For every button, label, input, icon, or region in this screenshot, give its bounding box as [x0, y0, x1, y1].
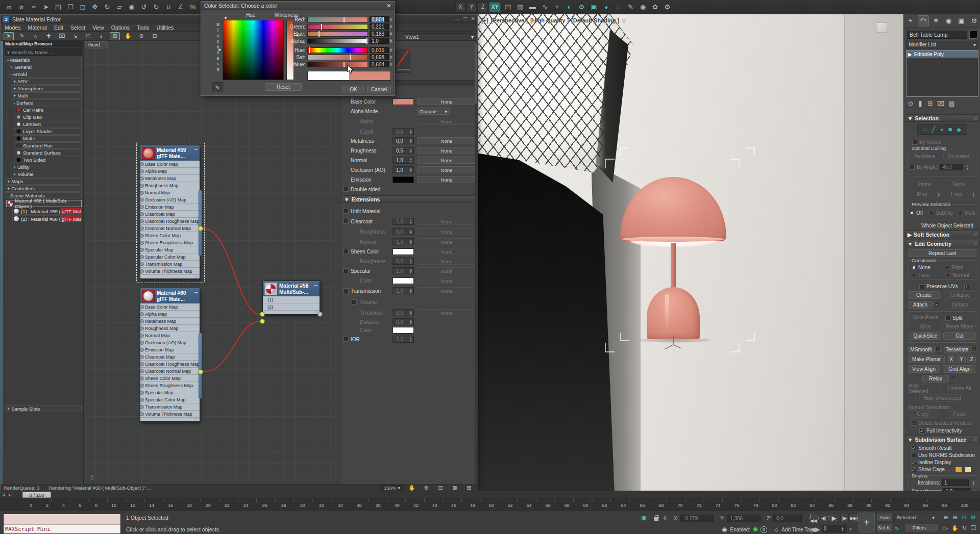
map-slot[interactable]: Metalness Map: [140, 175, 200, 182]
orbit-icon[interactable]: ↻: [960, 524, 968, 532]
normal-spinner[interactable]: 1,0▲▼: [393, 157, 414, 164]
blue-slider[interactable]: [307, 31, 368, 37]
viewcube[interactable]: [877, 22, 887, 33]
saturation-value-field[interactable]: 0,698: [370, 54, 389, 60]
utilities-tab[interactable]: ⚙: [969, 15, 980, 27]
key-filters-selected-dropdown[interactable]: Selected▾: [894, 514, 937, 521]
absolute-offset-mode-icon[interactable]: ✛: [663, 515, 668, 522]
pan-icon[interactable]: ✋: [951, 524, 959, 532]
rectangular-selection-region-icon[interactable]: ☐: [64, 2, 77, 13]
mass-fx-icon[interactable]: ✿: [649, 1, 661, 12]
input-socket[interactable]: [140, 384, 144, 388]
map-slot[interactable]: Volume Thickness Map: [140, 268, 200, 275]
msmooth-button[interactable]: MSmooth: [908, 346, 935, 353]
window-crossing-icon[interactable]: ◻: [77, 2, 89, 13]
relax-settings-icon[interactable]: ▫: [951, 376, 956, 381]
vertex-mode-icon[interactable]: ∴: [923, 126, 927, 133]
attach-button[interactable]: Attach: [908, 301, 933, 309]
collapse-node-icon[interactable]: –: [314, 282, 317, 288]
selection-rollout-header[interactable]: ▼Selection: [905, 114, 979, 122]
constraint-none-radio[interactable]: [912, 265, 916, 270]
map-slot[interactable]: Occlusion (AO) Map: [140, 339, 200, 346]
lamp-stem[interactable]: [671, 243, 676, 290]
browser-header[interactable]: Material/Map Browser: [3, 41, 83, 47]
edge-mode-icon[interactable]: ╱: [932, 126, 935, 133]
maximize-icon[interactable]: □: [464, 16, 467, 21]
menu-item[interactable]: Options: [111, 24, 130, 31]
motion-tab[interactable]: ◉: [943, 15, 954, 27]
clearcoat-normal-map-button[interactable]: None: [417, 238, 476, 245]
map-slot[interactable]: Roughness Map: [140, 182, 200, 189]
input-socket[interactable]: [140, 348, 144, 352]
color-sampler-eyedropper-icon[interactable]: ✎: [212, 82, 223, 92]
cut-button[interactable]: Cut: [943, 332, 976, 340]
input-socket[interactable]: [140, 398, 144, 402]
render-setup-icon[interactable]: ⚙: [575, 1, 587, 12]
auto-key-button[interactable]: Auto: [877, 514, 892, 521]
planar-y-button[interactable]: Y: [957, 355, 966, 363]
select-and-scale-icon[interactable]: ▱: [113, 2, 126, 13]
maxscript-mini-listener[interactable]: MAXScript Mini: [3, 514, 121, 534]
roughness-map-button[interactable]: None: [417, 147, 476, 154]
maximize-viewport-icon[interactable]: ❒: [969, 524, 977, 532]
axis-x-button[interactable]: X: [455, 2, 465, 12]
axis-z-button[interactable]: Z: [478, 2, 488, 12]
input-socket[interactable]: [140, 205, 144, 209]
input-socket[interactable]: [140, 198, 144, 202]
material-60-output-socket[interactable]: [198, 369, 203, 374]
sample-slots-rollout[interactable]: + Sample Slots: [5, 405, 82, 412]
hide-unused-nodeslots-icon[interactable]: ◻: [83, 32, 93, 40]
attach-settings-icon[interactable]: ▫: [934, 302, 939, 307]
input-socket[interactable]: [140, 241, 144, 245]
menu-item[interactable]: Modes: [5, 24, 21, 31]
select-and-rotate-icon[interactable]: ↻: [101, 2, 113, 13]
input-socket[interactable]: [140, 212, 144, 216]
node-resize-handle[interactable]: [140, 418, 200, 421]
clearcoat-roughness-spinner[interactable]: 0,0▲▼: [393, 228, 414, 235]
axis-y-button[interactable]: Y: [467, 2, 477, 12]
ring-button[interactable]: Ring: [909, 191, 935, 198]
display-tab[interactable]: ▣: [956, 15, 967, 27]
search-input[interactable]: ▾Search by Name ...: [5, 48, 82, 56]
input-socket[interactable]: [140, 248, 144, 252]
time-configuration-icon[interactable]: ◔: [848, 526, 852, 533]
viewport-menu-pov[interactable]: [Perspective ]: [491, 17, 528, 24]
grid-align-button[interactable]: Grid Align: [943, 365, 976, 373]
transmission-spinner[interactable]: 1,0▲▼: [393, 287, 414, 294]
browser-item[interactable]: Lambert: [14, 121, 82, 128]
emission-color-swatch[interactable]: [393, 176, 414, 183]
ior-checkbox[interactable]: [344, 337, 349, 342]
menu-item[interactable]: Tools: [137, 24, 150, 31]
add-time-tag-label[interactable]: Add Time Tag: [781, 527, 813, 532]
remove-modifier-icon[interactable]: ⌧: [937, 100, 944, 107]
map-slot[interactable]: Roughness Map: [140, 325, 200, 332]
sub-material-1-input-socket[interactable]: [260, 312, 265, 317]
input-socket[interactable]: [140, 391, 144, 395]
material-58-node[interactable]: Material #58Multi/Sub-... – (1)(2): [262, 281, 320, 315]
material-59-node[interactable]: Material #59glTF Mate... – Base Color Ma…: [140, 145, 200, 279]
input-socket[interactable]: [140, 169, 144, 173]
browser-item[interactable]: Standard Surface: [14, 149, 82, 156]
key-filters-button[interactable]: Filters...: [905, 524, 938, 531]
material-60-node[interactable]: Material #60glTF Mate... – Base Color Ma…: [140, 288, 200, 422]
by-angle-checkbox[interactable]: [910, 165, 915, 170]
occlusion-map-button[interactable]: None: [417, 166, 476, 173]
base-color-map-button[interactable]: None: [417, 98, 476, 105]
node-resize-handle[interactable]: [263, 311, 320, 314]
paste-button[interactable]: Paste: [945, 410, 974, 418]
tessellate-settings-icon[interactable]: ▫: [971, 347, 976, 352]
alpha-value-field[interactable]: 1,0: [370, 38, 389, 44]
set-key-button[interactable]: Set K.: [877, 524, 892, 531]
grow-button[interactable]: Grow: [944, 181, 974, 188]
menu-item[interactable]: Edit: [54, 24, 63, 31]
zoom-view-icon[interactable]: ⊕: [136, 32, 146, 40]
previous-frame-icon[interactable]: ◀|: [819, 514, 828, 522]
use-nurms-checkbox[interactable]: [911, 453, 916, 458]
isolate-selection-toggle-icon[interactable]: ▣: [641, 515, 647, 522]
selection-lock-icon[interactable]: [654, 517, 658, 521]
collapse-button[interactable]: Collapse: [944, 291, 976, 299]
select-tool-icon[interactable]: ➤: [4, 32, 14, 40]
roughness-spinner[interactable]: 0,5▲▼: [393, 147, 414, 154]
view1-tab[interactable]: View1: [85, 41, 108, 48]
detach-button[interactable]: Detach: [944, 301, 976, 309]
